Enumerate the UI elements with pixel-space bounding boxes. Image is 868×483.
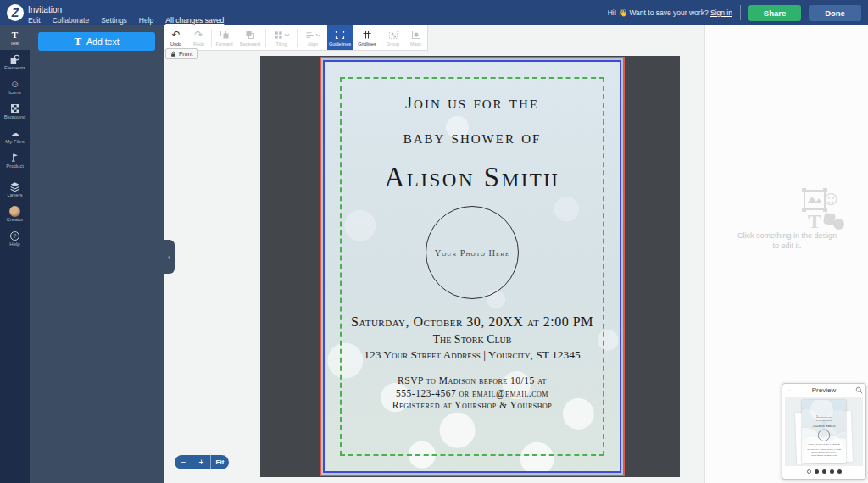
app-logo[interactable]: Z <box>7 4 24 21</box>
honoree-name[interactable]: Alison Smith <box>325 162 620 193</box>
sidebar-label: Elements <box>4 65 25 70</box>
menu-settings[interactable]: Settings <box>101 16 127 25</box>
align-icon <box>305 31 314 40</box>
undo-icon: ↶ <box>171 30 180 41</box>
sidebar-item-layers[interactable]: Layers <box>0 177 30 202</box>
group-button[interactable]: Group <box>381 25 404 50</box>
sidebar-item-help[interactable]: ? Help <box>0 226 30 251</box>
align-button[interactable]: Align <box>298 25 327 50</box>
layers-icon <box>9 181 20 192</box>
text-icon: T <box>12 30 18 40</box>
preview-pagination <box>782 469 865 474</box>
rsvp-line-3[interactable]: Registered at Yourshop & Yourshop <box>325 400 620 410</box>
sidebar-item-background[interactable]: Bkground <box>0 99 30 124</box>
chevron-down-icon <box>315 33 321 37</box>
rsvp-line-2[interactable]: 555-123-4567 or email@email.com <box>325 388 620 398</box>
undo-button[interactable]: ↶ Undo <box>164 25 187 50</box>
mini-address: 123 Your Street Address | Yourcity, ST 1… <box>802 448 846 451</box>
heading-line-2[interactable]: baby shower of <box>325 127 620 148</box>
mini-heading-2: baby shower of <box>802 419 846 422</box>
rsvp-line-1[interactable]: RSVP to Madison before 10/15 at <box>325 375 620 386</box>
text-tool-panel: T Add text <box>30 25 164 483</box>
sidebar-item-product[interactable]: Product <box>0 148 30 173</box>
sidebar-label: Layers <box>7 192 22 197</box>
gridlines-button[interactable]: Gridlines <box>353 25 381 50</box>
gridlines-icon <box>362 30 372 41</box>
signin-prompt: Hi! 👋 Want to save your work? Sign in <box>608 8 732 17</box>
minimize-button[interactable]: − <box>782 386 796 395</box>
toolbar-divider <box>211 29 212 47</box>
signin-link[interactable]: Sign in <box>710 8 732 17</box>
chevron-down-icon <box>284 33 290 37</box>
sidebar-item-icons[interactable]: ☺ Icons <box>0 75 30 99</box>
invitation-thumbnail[interactable]: Join us for the baby shower of Alison Sm… <box>802 400 846 463</box>
zoom-out-button[interactable]: − <box>175 455 192 469</box>
cloud-icon: ☁ <box>10 128 19 138</box>
page-dot[interactable] <box>822 469 826 474</box>
empty-state-hint: Click something in the design to edit it… <box>705 230 868 251</box>
guidelines-button[interactable]: Guidelines <box>327 25 353 50</box>
photo-placeholder-circle[interactable]: Your Photo Here <box>426 206 519 299</box>
sidebar-item-my-files[interactable]: ☁ My Files <box>0 124 30 148</box>
menu-edit[interactable]: Edit <box>28 16 41 25</box>
sidebar-item-creator[interactable]: Creator <box>0 202 30 226</box>
send-backward-button[interactable]: Backward <box>236 25 264 50</box>
tiling-button[interactable]: Tiling <box>267 25 296 50</box>
page-dot[interactable] <box>837 469 842 474</box>
zoom-in-button[interactable]: + <box>192 455 210 469</box>
redo-button[interactable]: ↷ Redo <box>187 25 210 50</box>
card-background[interactable]: Join us for the baby shower of Alison Sm… <box>325 62 620 471</box>
toolbar-label: Forward <box>215 42 232 47</box>
background-icon <box>10 103 20 114</box>
hint-line-2: to edit it. <box>705 241 868 251</box>
mini-photo-circle <box>818 430 830 441</box>
toolbar-label: Gridlines <box>358 42 376 47</box>
signin-prompt-text: Hi! 👋 Want to save your work? <box>608 8 709 17</box>
front-side-button[interactable]: Front <box>165 48 198 59</box>
guidelines-icon <box>335 30 345 41</box>
event-address[interactable]: 123 Your Street Address | Yourcity, ST 1… <box>325 348 620 362</box>
heading-line-1[interactable]: Join us for the <box>325 92 620 114</box>
preview-title: Preview <box>796 386 852 394</box>
mask-button[interactable]: Mask <box>404 25 427 50</box>
avatar <box>9 206 20 217</box>
zoom-fit-button[interactable]: Fit <box>211 458 229 466</box>
invitation-card[interactable]: Join us for the baby shower of Alison Sm… <box>320 57 625 476</box>
toolbar-label: Backward <box>240 42 260 47</box>
event-venue[interactable]: The Stork Club <box>325 333 620 347</box>
sidebar-item-text[interactable]: T Text <box>0 25 30 50</box>
sidebar-label: Creator <box>6 217 23 222</box>
add-text-button[interactable]: T Add text <box>38 32 155 51</box>
sidebar-label: Bkground <box>4 114 26 119</box>
preview-header: − Preview <box>782 384 865 397</box>
top-header: Z Invitation Edit Collaborate Settings H… <box>0 0 868 25</box>
page-dot[interactable] <box>830 469 834 474</box>
toolbar-label: Undo <box>170 42 181 47</box>
page-dot[interactable] <box>807 469 811 474</box>
preview-thumbnail-area[interactable]: Join us for the baby shower of Alison Sm… <box>785 397 863 466</box>
sidebar-item-elements[interactable]: Elements <box>0 50 30 75</box>
elements-icon <box>9 54 20 64</box>
panel-collapse-handle[interactable]: ‹ <box>164 240 175 274</box>
bring-forward-button[interactable]: Forward <box>213 25 236 50</box>
page-dot[interactable] <box>815 469 819 474</box>
save-status[interactable]: All changes saved <box>165 16 224 25</box>
sidebar-label: Text <box>10 41 19 46</box>
photo-placeholder-label: Your Photo Here <box>435 248 510 258</box>
toolbar-label: Mask <box>410 42 421 47</box>
lock-icon <box>170 51 176 58</box>
bring-forward-icon <box>220 30 230 41</box>
smiley-icon: ☺ <box>10 79 19 89</box>
share-button[interactable]: Share <box>748 5 801 21</box>
menu-help[interactable]: Help <box>139 16 153 25</box>
menu-collaborate[interactable]: Collaborate <box>53 16 89 25</box>
done-button[interactable]: Done <box>809 5 861 21</box>
header-divider <box>740 5 741 20</box>
mini-name: Alison Smith <box>802 423 846 428</box>
toolbar-divider <box>297 29 298 47</box>
event-date[interactable]: Saturday, October 30, 20XX at 2:00 PM <box>325 314 620 330</box>
magnifier-icon[interactable] <box>852 386 865 394</box>
toolbar-label: Tiling <box>276 42 287 47</box>
tiling-icon <box>274 31 283 40</box>
mini-rsvp-2: 555-123-4567 or email@email.com <box>802 454 846 457</box>
